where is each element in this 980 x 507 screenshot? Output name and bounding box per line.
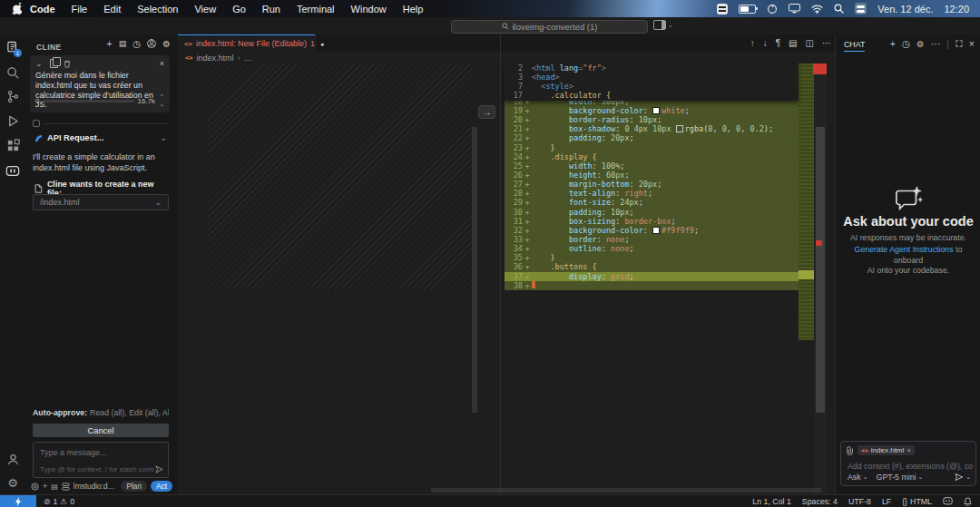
menu-date[interactable]: Ven. 12 déc. [877, 4, 933, 15]
code-line-38[interactable]: 38+ [505, 281, 799, 290]
code-line-22[interactable]: 22+ padding: 20px; [505, 133, 799, 142]
account-icon[interactable] [0, 448, 25, 470]
code-line-35[interactable]: 35+ } [505, 253, 799, 262]
notifications-bell-icon[interactable] [964, 497, 972, 506]
code-line-28[interactable]: 28+ text-align: right; [505, 189, 799, 198]
cancel-button[interactable]: Cancel [33, 424, 169, 437]
code-line-24[interactable]: 24+ .display { [505, 152, 799, 161]
more-actions-icon[interactable]: ⋯ [822, 38, 831, 48]
new-task-icon[interactable]: + [106, 38, 112, 49]
menu-item-window[interactable]: Window [343, 4, 395, 15]
code-line-36[interactable]: 36+ .buttons { [505, 262, 799, 271]
menu-item-selection[interactable]: Selection [129, 4, 186, 15]
breadcrumb-file[interactable]: index.html [196, 54, 233, 63]
prev-change-icon[interactable]: ↑ [750, 38, 755, 48]
close-panel-icon[interactable]: × [969, 38, 975, 49]
run-debug-icon[interactable] [0, 110, 25, 132]
breadcrumb-more[interactable]: … [243, 54, 251, 63]
horizontal-scrollbar[interactable] [431, 488, 821, 492]
spotlight-search-icon[interactable] [834, 4, 844, 14]
menu-item-help[interactable]: Help [395, 4, 432, 15]
at-context-icon[interactable] [31, 483, 39, 491]
settings-gear-icon[interactable]: ⚙ [0, 472, 25, 493]
cline-view-icon[interactable]: 1 [0, 36, 25, 58]
api-request-row[interactable]: API Request... ⌄ [34, 133, 167, 142]
menu-item-edit[interactable]: Edit [95, 4, 129, 15]
cursor-position[interactable]: Ln 1, Col 1 [752, 497, 791, 506]
remote-indicator[interactable] [0, 495, 36, 507]
close-task-icon[interactable]: × [160, 59, 164, 68]
next-change-icon[interactable]: ↓ [763, 38, 768, 48]
checkpoint-icon[interactable] [33, 120, 40, 127]
customize-layout-button[interactable]: ⌄ [653, 20, 673, 30]
plan-mode-button[interactable]: Plan [121, 481, 147, 492]
code-line-37[interactable]: 37+ display: grid; [505, 272, 799, 281]
code-line-23[interactable]: 23+ } [505, 143, 799, 152]
diff-original-pane[interactable] [207, 63, 472, 289]
indentation[interactable]: Spaces: 4 [802, 497, 838, 506]
code-line-18[interactable]: 18+ width: 300px; [505, 100, 799, 106]
image-icon[interactable]: ▤ [51, 483, 58, 491]
code-line-31[interactable]: 31+ box-sizing: border-box; [505, 217, 799, 226]
language-mode[interactable]: {} HTML [902, 497, 932, 506]
breadcrumb[interactable]: <> index.html › … [185, 52, 251, 63]
menu-time[interactable]: 12:20 [944, 4, 969, 15]
command-center-search[interactable]: iloveimg-converted (1) [451, 20, 648, 34]
chat-settings-icon[interactable]: ⚙ [916, 39, 925, 49]
mcp-server-icon[interactable] [62, 483, 70, 491]
problems-indicator[interactable]: ⊘ 1 ⚠ 0 [36, 497, 74, 506]
tab-index-html[interactable]: <> index.html: New File (Editable) 1 ● [178, 34, 316, 52]
send-icon[interactable] [155, 465, 163, 473]
collapse-task-icon[interactable]: ⌄ [35, 59, 43, 68]
code-line-30[interactable]: 30+ padding: 10px; [505, 208, 799, 217]
code-line-26[interactable]: 26+ height: 60px; [505, 171, 799, 180]
left-pane-scrollbar[interactable] [472, 127, 477, 413]
sync-icon[interactable] [767, 4, 778, 15]
context-chip[interactable]: <> index.html × [858, 445, 915, 455]
chat-history-icon[interactable]: ◷ [902, 38, 910, 49]
code-line-3[interactable]: 3<head> [505, 73, 799, 82]
menu-item-view[interactable]: View [186, 4, 224, 15]
copy-task-icon[interactable] [50, 59, 58, 68]
history-icon[interactable]: ◷ [132, 39, 141, 49]
new-chat-icon[interactable]: + [890, 38, 896, 49]
menu-item-run[interactable]: Run [254, 4, 289, 15]
source-control-icon[interactable] [0, 85, 25, 107]
eol[interactable]: LF [882, 497, 891, 506]
chat-input-box[interactable]: <> index.html × Add context (#), extensi… [840, 441, 976, 486]
remove-context-icon[interactable]: × [906, 446, 911, 454]
attach-icon[interactable] [846, 446, 854, 455]
encoding[interactable]: UTF-8 [848, 497, 871, 506]
code-line-25[interactable]: 25+ width: 100%; [505, 161, 799, 171]
code-line-33[interactable]: 33+ border: none; [505, 235, 799, 244]
model-label[interactable]: lmstudio:devstral-sm... [74, 482, 118, 491]
wifi-icon[interactable] [811, 5, 823, 14]
code-line-27[interactable]: 27+ margin-bottom: 20px; [505, 180, 799, 189]
stepper-icon[interactable]: ⌃⌄ [159, 93, 164, 108]
model-picker[interactable]: GPT-5 mini ⌄ [877, 473, 924, 482]
add-icon[interactable]: + [43, 482, 47, 491]
settings-gear-icon[interactable]: ⚙ [162, 39, 171, 49]
sticky-scroll[interactable]: 2<html lang="fr">3<head>7 <style>17 .cal… [505, 63, 799, 101]
code-line-32[interactable]: 32+ background-color: #f9f9f9; [505, 226, 799, 235]
diff-review-icon[interactable]: ▤ [789, 38, 797, 48]
display-icon[interactable] [789, 4, 800, 14]
copilot-icon[interactable] [943, 497, 953, 505]
code-line-29[interactable]: 29+ font-size: 24px; [505, 198, 799, 207]
apple-icon[interactable] [12, 3, 22, 15]
auto-approve-row[interactable]: Auto-approve: Read (all), Edit (all), Al… [33, 408, 169, 417]
mode-picker[interactable]: Ask ⌄ [848, 473, 868, 482]
code-editor-lines[interactable]: 18+ width: 300px;19+ background-color: w… [505, 100, 799, 290]
maximize-panel-icon[interactable] [956, 40, 963, 47]
revert-change-button[interactable]: → [478, 105, 495, 119]
chat-more-icon[interactable]: ⋯ [931, 38, 941, 49]
diff-sash[interactable] [500, 34, 501, 494]
act-mode-button[interactable]: Act [151, 481, 172, 492]
whitespace-icon[interactable]: ¶ [776, 38, 780, 48]
code-line-2[interactable]: 2<html lang="fr"> [505, 63, 799, 73]
editor-scrollbar-slider[interactable] [816, 127, 825, 413]
split-editor-icon[interactable]: ◫ [806, 38, 814, 48]
battery-icon[interactable] [739, 5, 756, 14]
menu-item-terminal[interactable]: Terminal [289, 4, 343, 15]
code-line-7[interactable]: 7 <style> [505, 82, 799, 91]
